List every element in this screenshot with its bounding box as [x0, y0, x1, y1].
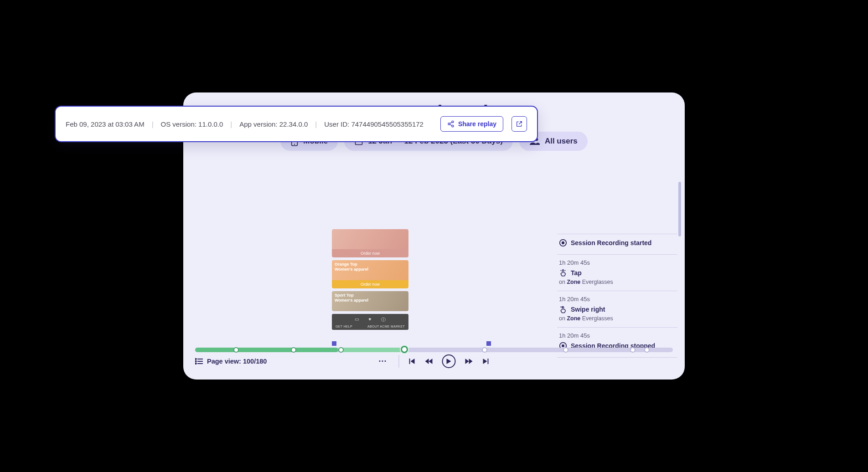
timeline-marker-icon[interactable] — [486, 341, 491, 346]
product-cta: Order now — [332, 280, 408, 288]
events-panel: Session Recording started 1h 20m 45s Tap… — [557, 179, 685, 339]
event-title: Swipe right — [571, 306, 605, 313]
playback-controls: ··· — [378, 354, 489, 368]
external-link-icon — [516, 120, 523, 128]
play-button[interactable] — [442, 354, 456, 368]
list-icon — [195, 358, 203, 364]
svg-point-6 — [562, 241, 564, 244]
replay-preview-column: Order now Orange Top Women's apparel Ord… — [183, 179, 557, 339]
tap-icon — [559, 269, 567, 277]
svg-point-10 — [195, 361, 196, 362]
product-subtitle: Women's apparel — [335, 267, 368, 272]
help-icon: ⓘ — [381, 317, 386, 323]
product-cta: Order now — [332, 249, 408, 257]
skip-back-button[interactable] — [408, 358, 416, 365]
page-view-counter: Page view: 100/180 — [195, 358, 267, 365]
share-replay-button[interactable]: Share replay — [440, 116, 503, 132]
preview-footer: ▭ ♥ ⓘ GET HELP ABOUT ACME MARKET — [332, 314, 408, 330]
session-info-bar: Feb 09, 2023 at 03:03 AM | OS version: 1… — [55, 106, 538, 142]
product-title: Orange Top — [335, 262, 368, 267]
svg-point-11 — [195, 363, 196, 364]
svg-point-14 — [452, 125, 454, 127]
event-item[interactable]: Session Recording started — [557, 234, 677, 255]
event-title: Tap — [571, 269, 582, 277]
event-title: Session Recording started — [571, 239, 651, 246]
mobile-preview: Order now Orange Top Women's apparel Ord… — [332, 229, 408, 339]
svg-point-12 — [452, 121, 454, 123]
event-timestamp: 1h 20m 45s — [559, 259, 676, 266]
product-title: Sport Top — [335, 293, 368, 298]
session-timestamp: Feb 09, 2023 at 03:03 AM — [66, 120, 145, 128]
skip-forward-button[interactable] — [482, 358, 490, 365]
footer-left-label: GET HELP — [336, 325, 352, 328]
svg-point-1 — [294, 144, 295, 145]
event-item[interactable]: 1h 20m 45s Swipe right on Zone Everglass… — [557, 291, 677, 328]
product-subtitle: Women's apparel — [335, 298, 368, 303]
chat-icon: ▭ — [355, 317, 359, 323]
user-id-label: User ID: 7474490545505355172 — [324, 120, 424, 128]
more-options-button[interactable]: ··· — [378, 357, 387, 366]
playback-bar: Page view: 100/180 ··· — [183, 339, 685, 380]
share-icon — [447, 120, 455, 128]
timeline[interactable] — [195, 343, 673, 353]
svg-point-9 — [195, 359, 196, 359]
product-card: Sport Top Women's apparel — [332, 291, 408, 311]
divider — [399, 355, 399, 368]
event-item[interactable]: 1h 20m 45s Tap on Zone Everglasses — [557, 255, 677, 291]
svg-point-13 — [448, 123, 450, 125]
open-external-button[interactable] — [512, 116, 527, 132]
os-version-label: OS version: 11.0.0.0 — [161, 120, 223, 128]
playhead[interactable] — [401, 346, 408, 353]
product-card: Orange Top Women's apparel Order now — [332, 260, 408, 288]
record-start-icon — [559, 239, 567, 247]
swipe-icon — [559, 305, 567, 313]
product-card: Order now — [332, 229, 408, 257]
event-timestamp: 1h 20m 45s — [559, 332, 676, 339]
scrollbar-thumb[interactable] — [678, 182, 681, 236]
users-filter-label: All users — [545, 137, 578, 146]
share-replay-label: Share replay — [458, 120, 496, 128]
forward-button[interactable] — [465, 358, 473, 365]
event-timestamp: 1h 20m 45s — [559, 296, 676, 303]
rewind-button[interactable] — [425, 358, 433, 365]
app-version-label: App version: 22.34.0.0 — [239, 120, 308, 128]
content-area: Order now Orange Top Women's apparel Ord… — [183, 179, 685, 339]
timeline-marker-icon[interactable] — [332, 341, 336, 346]
footer-right-label: ABOUT ACME MARKET — [367, 325, 405, 328]
heart-icon: ♥ — [369, 317, 372, 323]
